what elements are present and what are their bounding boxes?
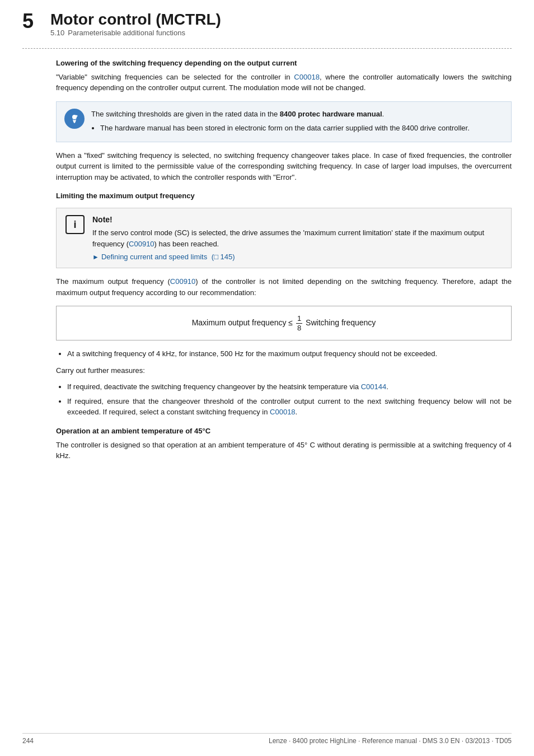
bullet-item-2: If required, deactivate the switching fr… — [67, 381, 512, 393]
section-title: Parameterisable additional functions — [68, 29, 185, 37]
bullet-item-3: If required, ensure that the changeover … — [67, 396, 512, 418]
tip-text-before: The switching thresholds are given in th… — [91, 110, 280, 118]
note-icon: i — [65, 215, 85, 234]
chapter-number: 5 — [22, 11, 34, 31]
formula-text-after: Switching frequency — [306, 318, 376, 327]
section1-para1: "Variable" switching frequencies can be … — [56, 72, 512, 94]
separator — [22, 48, 512, 49]
main-content: Lowering of the switching frequency depe… — [0, 59, 534, 489]
note-link: ► Defining current and speed limits (□ 1… — [92, 253, 502, 261]
formula-denominator: 8 — [296, 324, 302, 333]
section3-heading: Operation at an ambient temperature of 4… — [56, 427, 512, 435]
link-c00910-note[interactable]: C00910 — [129, 240, 154, 248]
section-number: 5.10 — [50, 29, 64, 37]
tip-icon — [64, 109, 85, 129]
tip-text-after: . — [382, 110, 385, 118]
tip-bullet-item: The hardware manual has been stored in e… — [100, 123, 503, 134]
note-title: Note! — [92, 215, 502, 224]
link-defining-limits[interactable]: Defining current and speed limits — [101, 253, 207, 261]
link-ref: (□ 145) — [209, 253, 235, 261]
tip-box: The switching thresholds are given in th… — [56, 101, 512, 142]
bullet-list-1: At a switching frequency of 4 kHz, for i… — [56, 348, 512, 360]
page: 5 Motor control (MCTRL) 5.10 Parameteris… — [0, 0, 534, 756]
page-header: 5 Motor control (MCTRL) 5.10 Parameteris… — [0, 0, 534, 43]
bullet-list-2: If required, deactivate the switching fr… — [56, 381, 512, 418]
section-header-row: 5.10 Parameterisable additional function… — [50, 29, 221, 37]
link-c00144[interactable]: C00144 — [361, 382, 387, 391]
tip-content: The switching thresholds are given in th… — [91, 109, 503, 135]
tip-bold: 8400 protec hardware manual — [280, 110, 382, 118]
link-c00018-2[interactable]: C00018 — [270, 408, 296, 416]
arrow-icon: ► — [92, 253, 99, 261]
section2-heading: Limiting the maximum output frequency — [56, 192, 512, 200]
header-right: Motor control (MCTRL) 5.10 Parameterisab… — [50, 11, 221, 37]
note-box: i Note! If the servo control mode (SC) i… — [56, 208, 512, 268]
tip-bullet-list: The hardware manual has been stored in e… — [91, 123, 503, 134]
page-footer: 244 Lenze · 8400 protec HighLine · Refer… — [22, 733, 512, 745]
formula-box: Maximum output frequency ≤ 1 8 Switching… — [56, 306, 512, 340]
note-text: If the servo control mode (SC) is select… — [92, 227, 502, 249]
carry-out-text: Carry out further measures: — [56, 365, 512, 376]
section1-para2: When a "fixed" switching frequency is se… — [56, 150, 512, 183]
svg-point-1 — [76, 115, 78, 116]
section2-para1: The maximum output frequency (C00910) of… — [56, 276, 512, 298]
link-c00018-1[interactable]: C00018 — [294, 73, 320, 81]
section3-para: The controller is designed so that opera… — [56, 440, 512, 461]
bullet-item-1: At a switching frequency of 4 kHz, for i… — [67, 348, 512, 360]
page-number: 244 — [22, 737, 34, 745]
formula-text-before: Maximum output frequency ≤ — [192, 318, 295, 327]
section1-heading: Lowering of the switching frequency depe… — [56, 59, 512, 67]
note-content: Note! If the servo control mode (SC) is … — [92, 215, 502, 261]
formula-fraction: 1 8 — [296, 314, 302, 332]
chapter-title: Motor control (MCTRL) — [50, 11, 221, 29]
formula-numerator: 1 — [296, 314, 302, 324]
footer-right-text: Lenze · 8400 protec HighLine · Reference… — [269, 737, 512, 745]
link-c00910-para[interactable]: C00910 — [170, 277, 196, 286]
